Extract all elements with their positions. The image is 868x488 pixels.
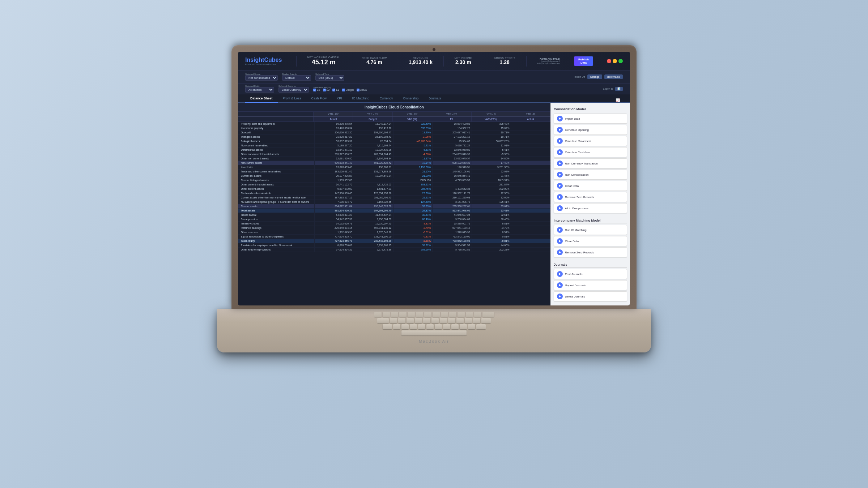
generate-opening-button[interactable]: Generate Opening bbox=[554, 125, 627, 135]
table-row: Share premium54,942,637.399,256,084.0980… bbox=[238, 217, 550, 222]
check-actual[interactable]: Actual bbox=[357, 89, 367, 91]
chart-icon[interactable]: 📈 bbox=[616, 98, 620, 102]
table-row: Intangible assets21,625,317.29-25,193,28… bbox=[238, 135, 550, 139]
clear-data-ic-button[interactable]: Clear Data bbox=[554, 236, 627, 246]
table-row: Goodwill256,666,522.30198,206,164.4719.4… bbox=[238, 130, 550, 135]
play-icon bbox=[557, 294, 563, 299]
app-logo: InsightCubes bbox=[245, 57, 282, 63]
post-journals-button[interactable]: Post Journals bbox=[554, 269, 627, 279]
display-data-group: Display Data In Default bbox=[282, 73, 311, 81]
display-data-select[interactable]: Default bbox=[282, 75, 311, 81]
tab-journals[interactable]: Journals bbox=[424, 94, 446, 103]
table-row: Issued capital54,830,891.2841,546,537.24… bbox=[238, 213, 550, 217]
metric-revenues: Revenues 1,913.40 k bbox=[409, 57, 433, 65]
all-in-one-button[interactable]: All in One process bbox=[554, 203, 627, 213]
table-row: Trade and other current receivables183,0… bbox=[238, 170, 550, 174]
metric-net-income: Net Income 2.30 m bbox=[454, 57, 472, 65]
window-controls bbox=[607, 59, 623, 63]
checkbox-budget[interactable] bbox=[342, 89, 345, 91]
tab-profit-loss[interactable]: Profit & Loss bbox=[278, 94, 306, 103]
right-panel: Consolidation Model Import DataGenerate … bbox=[550, 103, 630, 305]
tab-kpi[interactable]: KPI bbox=[332, 94, 347, 103]
remove-zero-records-consolidation-button[interactable]: Remove Zero Records bbox=[554, 192, 627, 202]
journals-section: Journals Post JournalsUnpost JournalsDel… bbox=[554, 261, 627, 303]
import-data-button[interactable]: Import Data bbox=[554, 114, 627, 124]
table-row: Biological assets53,037,319.3728,694.04-… bbox=[238, 139, 550, 144]
play-icon bbox=[557, 205, 563, 211]
user-info: Kamal Al Marhabi InsightCubes.com | info… bbox=[537, 57, 559, 64]
main-content: InsightCubes Cloud Consolidation YTD - C… bbox=[238, 103, 630, 305]
table-row: Other reserves1,362,045.901,370,045.90-0… bbox=[238, 230, 550, 235]
table-row: Provisions for employee benefits, Non-cu… bbox=[238, 243, 550, 248]
table-row: Cash and cash equivalents147,906,560.401… bbox=[238, 191, 550, 196]
table-header: YTD - CY YTD - CY YTD - CY YTD - CY YTD … bbox=[238, 112, 550, 117]
play-icon bbox=[557, 271, 563, 277]
publish-data-button[interactable]: Publish Data bbox=[574, 56, 593, 66]
selected-entity-group: Selected Entity All entities bbox=[245, 85, 274, 93]
ic-matching-section: Intercompany Matching Model Run IC Match… bbox=[554, 217, 627, 258]
play-icon bbox=[557, 160, 563, 166]
journals-title: Journals bbox=[554, 261, 627, 267]
settings-button[interactable]: Settings bbox=[587, 74, 602, 79]
play-icon bbox=[557, 238, 563, 244]
table-row: Current assets394,672,961.84296,242,628.… bbox=[238, 204, 550, 209]
table-row: Property, plant and equipment66,205,475.… bbox=[238, 122, 550, 126]
tab-ic-matching[interactable]: IC Matching bbox=[347, 94, 375, 103]
checkbox-actual[interactable] bbox=[357, 89, 359, 91]
metric-free-cash-flow: Free Cash Flow 4.76 m bbox=[362, 57, 387, 65]
metric-net-working-capital: Net working Capital 45.12 m bbox=[307, 56, 340, 66]
selected-scope-select[interactable]: Not consolidated bbox=[245, 75, 278, 81]
table-row: Other non-current financial assets289,32… bbox=[238, 152, 550, 157]
run-ic-matching-button[interactable]: Run IC Matching bbox=[554, 225, 627, 235]
selected-currency-select[interactable]: Local Currency bbox=[278, 87, 309, 93]
calculate-movement-button[interactable]: Calculate Movement bbox=[554, 136, 627, 146]
bookmarks-button[interactable]: Bookmarks bbox=[604, 74, 623, 79]
play-icon bbox=[557, 227, 563, 233]
minimize-button[interactable] bbox=[613, 59, 617, 63]
play-icon bbox=[557, 183, 563, 189]
play-icon bbox=[557, 127, 563, 133]
maximize-button[interactable] bbox=[618, 59, 623, 63]
table-row: Inventories13,678,403.48138,280.919,193.… bbox=[238, 165, 550, 170]
run-currency-translation-button[interactable]: Run Currency Translation bbox=[554, 158, 627, 168]
check-budget[interactable]: Budget bbox=[342, 89, 354, 91]
check-e2[interactable]: E2 bbox=[323, 89, 330, 91]
remove-zero-records-ic-button[interactable]: Remove Zero Records bbox=[554, 247, 627, 257]
metrics-bar: InsightCubes Financial Consolidation Pla… bbox=[238, 52, 630, 70]
table-row: Investment property13,428,068.34192,413.… bbox=[238, 126, 550, 130]
selected-entity-select[interactable]: All entities bbox=[245, 87, 274, 93]
clear-data-consolidation-button[interactable]: Clear Data bbox=[554, 181, 627, 191]
category-checkboxes: E0 E2 E1 Budget bbox=[313, 89, 367, 91]
delete-journals-button[interactable]: Delete Journals bbox=[554, 291, 627, 301]
keyboard bbox=[360, 312, 509, 335]
ic-matching-title: Intercompany Matching Model bbox=[554, 217, 627, 223]
close-button[interactable] bbox=[607, 59, 611, 63]
unpost-journals-button[interactable]: Unpost Journals bbox=[554, 280, 627, 290]
table-row: Deferred tax assets13,541,471.1912,827,4… bbox=[238, 148, 550, 152]
consolidation-title: Consolidation Model bbox=[554, 106, 627, 112]
table-subheader: Actual Budget VAR (%) E1 VAR (E1%) Actua… bbox=[238, 117, 550, 122]
table-row: Total equity727,624,355.70733,543,190.00… bbox=[238, 239, 550, 243]
table-row: Retained earnings-470,649,584.14697,041,… bbox=[238, 226, 550, 230]
play-icon bbox=[557, 249, 563, 255]
table-row: Other current financial assets16,741,152… bbox=[238, 183, 550, 187]
tab-ownership[interactable]: Ownership bbox=[398, 94, 424, 103]
table-row: Current tax assets20,177,295.8713,297,54… bbox=[238, 174, 550, 178]
run-consolidation-button[interactable]: Run Consolidation bbox=[554, 170, 627, 180]
check-e1[interactable]: E1 bbox=[332, 89, 339, 91]
table-row: Other non-current assets12,691,460.8011,… bbox=[238, 157, 550, 161]
table-row: NC assets and disposal groups HFS and di… bbox=[238, 200, 550, 204]
selected-time-select[interactable]: Dec (2021) bbox=[315, 75, 344, 81]
checkbox-e1[interactable] bbox=[332, 89, 335, 91]
table-row: Non-current assets696,903,441.48501,022,… bbox=[238, 161, 550, 165]
tab-currency[interactable]: Currency bbox=[375, 94, 398, 103]
selected-category-group: Selected Category E0 E2 E1 bbox=[313, 86, 367, 91]
tab-balance-sheet[interactable]: Balance Sheet bbox=[245, 94, 278, 103]
app-subtitle: Financial Consolidation Platform bbox=[245, 63, 282, 65]
checkbox-e2[interactable] bbox=[323, 89, 326, 91]
check-e0[interactable]: E0 bbox=[313, 89, 320, 91]
checkbox-e0[interactable] bbox=[313, 89, 316, 91]
export-button[interactable]: 📊 bbox=[615, 87, 623, 91]
tab-cash-flow[interactable]: Cash Flow bbox=[306, 94, 332, 103]
calculate-cashflow-button[interactable]: Calculate Cashflow bbox=[554, 147, 627, 157]
